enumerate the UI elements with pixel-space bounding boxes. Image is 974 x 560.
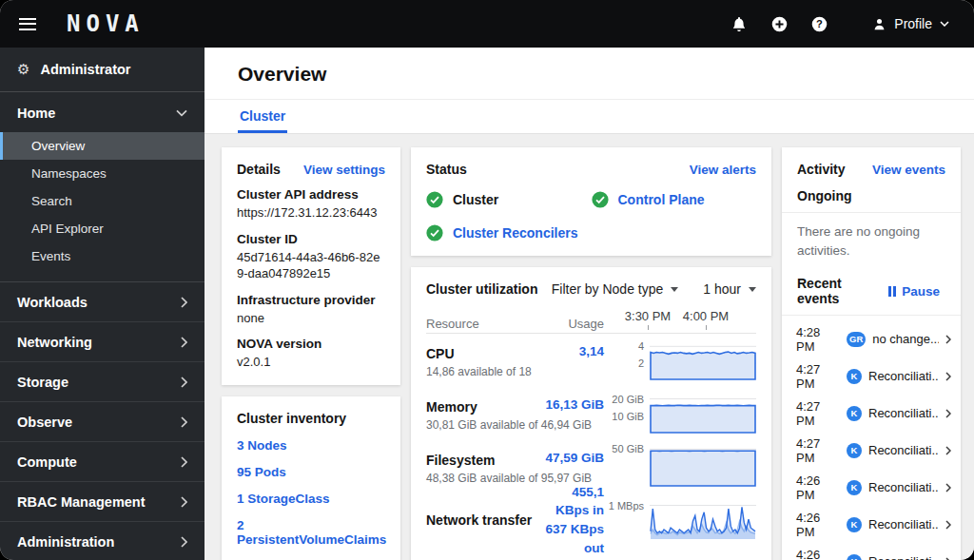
inventory-link-1-storageclass[interactable]: 1 StorageClass <box>237 492 385 506</box>
resource-usage-link[interactable]: 47,59 GiB <box>539 449 604 468</box>
time-range-dropdown[interactable]: 1 hour <box>703 281 756 297</box>
sidebar-group-label: Observe <box>17 415 72 430</box>
utilization-title: Cluster utilization <box>426 281 552 297</box>
sparkline-network-transfer <box>650 500 756 540</box>
perspective-switcher[interactable]: ⚙ Administrator <box>0 48 205 92</box>
resource-usage-link[interactable]: 455,1 KBps in637 KBps out <box>539 483 604 557</box>
details-item-value: none <box>237 310 385 327</box>
event-list: 4:28 PMGRno change...4:27 PMKReconciliat… <box>782 316 961 560</box>
check-circle-icon <box>592 191 609 208</box>
notifications-button[interactable] <box>722 7 756 41</box>
sidebar-item-search[interactable]: Search <box>0 187 205 215</box>
pause-icon <box>888 286 897 297</box>
main-area: Overview Cluster Details View settings C… <box>205 48 974 560</box>
left-column: Details View settings Cluster API addres… <box>222 147 400 560</box>
sidebar-group-storage[interactable]: Storage <box>0 362 205 402</box>
inventory-card: Cluster inventory 3 Nodes95 Pods1 Storag… <box>222 396 400 560</box>
status-item-cluster[interactable]: Cluster <box>426 191 592 208</box>
sidebar-group-workloads[interactable]: Workloads <box>0 282 205 322</box>
sparkline-filesystem <box>650 447 756 487</box>
sidebar-item-namespaces[interactable]: Namespaces <box>0 160 205 187</box>
profile-menu-button[interactable]: Profile <box>867 15 955 32</box>
sidebar-item-events[interactable]: Events <box>0 242 205 270</box>
chevron-down-icon <box>940 21 949 27</box>
brand-logo: NOVA <box>67 10 145 37</box>
tab-cluster[interactable]: Cluster <box>238 100 287 133</box>
hamburger-menu-button[interactable] <box>10 6 46 42</box>
event-row[interactable]: 4:27 PMKReconciliati... <box>782 357 961 395</box>
time-axis-tick <box>706 325 707 330</box>
resource-usage-line: 637 KBps out <box>539 520 604 557</box>
status-item-cluster-reconcilers[interactable]: Cluster Reconcilers <box>426 224 592 241</box>
sidebar-group-rbac-management[interactable]: RBAC Management <box>0 482 205 522</box>
sidebar-group-home-header[interactable]: Home <box>0 92 205 132</box>
event-row[interactable]: 4:26 PMKReconciliati... <box>782 543 961 560</box>
view-settings-link[interactable]: View settings <box>303 163 385 177</box>
help-button[interactable]: ? <box>802 7 836 41</box>
node-type-filter-dropdown[interactable]: Filter by Node type <box>552 281 679 297</box>
event-row[interactable]: 4:27 PMKReconciliati... <box>782 432 961 469</box>
event-row[interactable]: 4:26 PMKReconciliati... <box>782 506 961 543</box>
app-shell: ⚙ Administrator Home OverviewNamespacesS… <box>0 48 974 560</box>
recent-events-title: Recent events <box>797 276 883 306</box>
utilization-rows: CPU3,1414,86 available of 1842Memory16,1… <box>426 334 756 547</box>
chevron-right-icon <box>181 377 187 388</box>
y-axis-tick-label: 20 GiB <box>612 394 644 405</box>
tab-bar: Cluster <box>205 100 974 134</box>
event-time: 4:26 PM <box>796 511 840 539</box>
resource-name: Memory <box>426 399 539 415</box>
time-axis-label: 3:30 PM <box>625 309 671 323</box>
status-card: Status View alerts ClusterControl PlaneC… <box>411 147 771 256</box>
resource-usage-link[interactable]: 16,13 GiB <box>539 396 604 415</box>
resource-column-header: Resource <box>426 317 539 331</box>
event-row[interactable]: 4:28 PMGRno change... <box>782 320 961 357</box>
y-axis-ticks: 50 GiB <box>604 447 650 487</box>
sidebar-group-networking[interactable]: Networking <box>0 322 205 362</box>
view-alerts-link[interactable]: View alerts <box>690 163 756 177</box>
resource-available: 14,86 available of 18 <box>426 365 604 380</box>
event-row[interactable]: 4:26 PMKReconciliati... <box>782 469 961 506</box>
sidebar-item-api-explorer[interactable]: API Explorer <box>0 215 205 242</box>
inventory-link-95-pods[interactable]: 95 Pods <box>237 465 385 479</box>
event-message: Reconciliati... <box>868 480 939 494</box>
event-time: 4:26 PM <box>796 473 840 502</box>
event-message: Reconciliati... <box>868 369 939 383</box>
sidebar-item-overview[interactable]: Overview <box>0 132 205 160</box>
time-range-label: 1 hour <box>703 281 741 297</box>
chevron-right-icon <box>181 337 187 348</box>
view-events-link[interactable]: View events <box>872 163 945 177</box>
pause-events-button[interactable]: Pause <box>883 283 945 299</box>
details-card: Details View settings Cluster API addres… <box>222 147 400 385</box>
status-item-label: Cluster Reconcilers <box>453 225 578 241</box>
details-item: Cluster ID45d71614-44a3-46b6-82e9-daa047… <box>237 232 385 282</box>
chevron-right-icon <box>181 416 187 428</box>
inventory-link-2-persistentvolumeclaims[interactable]: 2 PersistentVolumeClaims <box>237 518 385 547</box>
sidebar-group-compute[interactable]: Compute <box>0 442 205 482</box>
chevron-right-icon <box>181 456 187 468</box>
event-message: Reconciliati... <box>868 554 939 560</box>
add-button[interactable] <box>762 7 796 41</box>
y-axis-tick-label: 10 GiB <box>612 411 644 422</box>
details-item-label: Infrastructure provider <box>237 293 385 307</box>
inventory-link-3-nodes[interactable]: 3 Nodes <box>237 438 385 453</box>
sidebar-group-administration[interactable]: Administration <box>0 522 205 560</box>
event-row[interactable]: 4:27 PMKReconciliati... <box>782 395 961 432</box>
chevron-right-icon <box>945 409 951 418</box>
details-item-label: NOVA version <box>237 337 385 351</box>
event-message: no change... <box>872 332 939 346</box>
event-message: Reconciliati... <box>868 517 939 531</box>
sidebar-group-observe[interactable]: Observe <box>0 402 205 442</box>
event-time: 4:27 PM <box>796 436 840 465</box>
y-axis-ticks: 1 MBps <box>604 500 650 540</box>
details-item-label: Cluster ID <box>237 232 385 246</box>
app-window: NOVA ? Profile <box>0 0 974 560</box>
status-item-control-plane[interactable]: Control Plane <box>592 191 757 208</box>
bell-icon <box>731 16 747 32</box>
event-kind-badge: K <box>847 369 862 384</box>
resource-usage-link[interactable]: 3,14 <box>539 342 604 361</box>
sidebar-nav: ⚙ Administrator Home OverviewNamespacesS… <box>0 48 205 560</box>
details-items: Cluster API addresshttps://172.31.12.23:… <box>237 187 385 371</box>
chevron-right-icon <box>945 372 951 381</box>
activity-title: Activity <box>797 162 846 177</box>
event-kind-badge: GR <box>847 332 866 347</box>
